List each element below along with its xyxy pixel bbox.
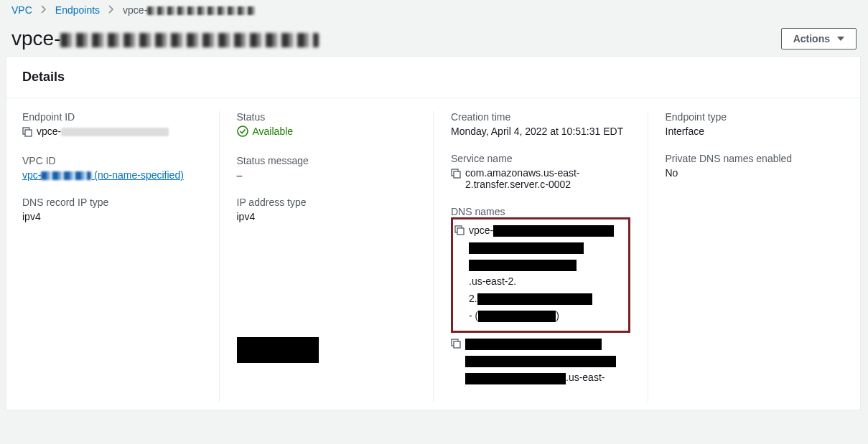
redacted-smudge (147, 6, 255, 15)
field-label: DNS record IP type (22, 197, 202, 208)
copy-icon[interactable] (451, 337, 461, 354)
field-label: DNS names (451, 206, 630, 217)
redacted-smudge (41, 171, 91, 180)
field-endpoint-id: Endpoint ID vpce- (22, 111, 202, 139)
field-ip-address-type: IP address type ipv4 (237, 197, 416, 222)
field-value: – (237, 169, 416, 181)
field-label: VPC ID (22, 155, 202, 166)
field-status: Status Available (237, 111, 416, 139)
redacted-block (465, 339, 602, 350)
field-creation-time: Creation time Monday, April 4, 2022 at 1… (451, 111, 630, 137)
redacted-smudge (61, 128, 169, 136)
field-label: Service name (451, 153, 630, 164)
vpc-id-link[interactable]: vpc- (no-name-specified) (22, 169, 184, 181)
details-col-3: Creation time Monday, April 4, 2022 at 1… (434, 111, 648, 402)
field-value: vpc- (no-name-specified) (22, 169, 202, 181)
field-dns-record-ip-type: DNS record IP type ipv4 (22, 197, 202, 222)
field-value: ipv4 (22, 211, 202, 222)
details-panel: Details Endpoint ID vpce- VPC ID (6, 56, 861, 410)
redacted-block (477, 293, 592, 305)
redacted-smudge (60, 33, 319, 47)
dns-name-row: vpce- .us-east-2. 2. - () (454, 222, 624, 325)
page-header: vpce- Actions (0, 20, 868, 56)
redacted-block (237, 337, 319, 363)
chevron-right-icon (41, 4, 47, 16)
caret-down-icon (837, 35, 844, 42)
details-col-1: Endpoint ID vpce- VPC ID vpc- (no-name-s… (22, 111, 220, 402)
field-label: Private DNS names enabled (666, 153, 845, 164)
field-value: No (666, 167, 845, 179)
dns-name-value: vpce- .us-east-2. 2. - () (469, 222, 624, 325)
svg-point-2 (238, 126, 248, 136)
field-value: Available (237, 126, 416, 139)
copy-icon[interactable] (454, 224, 465, 241)
redacted-block (493, 225, 614, 237)
dns-highlight-box: vpce- .us-east-2. 2. - () (451, 217, 630, 333)
breadcrumb: VPC Endpoints vpce- (0, 0, 868, 20)
breadcrumb-current-prefix: vpce- (123, 4, 147, 16)
field-vpc-id: VPC ID vpc- (no-name-specified) (22, 155, 202, 181)
actions-button-label: Actions (793, 33, 830, 44)
redacted-block (469, 260, 577, 271)
field-value: Interface (666, 126, 845, 137)
field-value: com.amazonaws.us-east-2.transfer.server.… (451, 167, 630, 190)
check-circle-icon (237, 126, 248, 137)
svg-rect-6 (457, 228, 464, 235)
page-title: vpce- (11, 27, 319, 50)
endpoint-id-value: vpce- (37, 126, 169, 137)
field-value: vpce- (22, 126, 202, 139)
service-name-value: com.amazonaws.us-east-2.transfer.server.… (465, 167, 630, 190)
field-label: Status message (237, 155, 416, 166)
redacted-block (465, 373, 566, 384)
field-label: Endpoint type (666, 111, 845, 123)
dns-name-row: .us-east- (451, 336, 630, 387)
svg-rect-1 (25, 130, 32, 136)
breadcrumb-vpc[interactable]: VPC (11, 4, 32, 16)
field-value: Monday, April 4, 2022 at 10:51:31 EDT (451, 126, 630, 137)
field-service-name: Service name com.amazonaws.us-east-2.tra… (451, 153, 630, 190)
svg-rect-4 (454, 171, 460, 178)
copy-icon[interactable] (451, 169, 461, 181)
field-status-message: Status message – (237, 155, 416, 181)
field-endpoint-type: Endpoint type Interface (666, 111, 845, 137)
status-value: Available (253, 126, 294, 137)
svg-rect-8 (454, 341, 460, 348)
redacted-block (478, 311, 556, 322)
details-grid: Endpoint ID vpce- VPC ID vpc- (no-name-s… (6, 98, 860, 410)
chevron-right-icon (108, 4, 114, 16)
field-value: ipv4 (237, 211, 416, 222)
field-label: Creation time (451, 111, 630, 123)
details-col-2: Status Available Status message – IP add… (220, 111, 434, 402)
field-dns-names: DNS names vpce- .us-east-2. 2. - () (451, 206, 630, 387)
breadcrumb-current: vpce- (123, 4, 255, 16)
field-label: Endpoint ID (22, 111, 202, 123)
redacted-block (469, 242, 584, 254)
details-panel-title: Details (22, 70, 844, 85)
page-title-prefix: vpce- (11, 27, 60, 49)
redacted-block (465, 356, 616, 367)
status-badge: Available (237, 126, 294, 137)
actions-button[interactable]: Actions (781, 28, 857, 49)
details-col-4: Endpoint type Interface Private DNS name… (648, 111, 845, 402)
details-panel-header: Details (6, 57, 860, 98)
dns-name-value: .us-east- (465, 336, 616, 387)
field-private-dns: Private DNS names enabled No (666, 153, 845, 179)
field-label: IP address type (237, 197, 416, 208)
copy-icon[interactable] (22, 127, 32, 139)
field-label: Status (237, 111, 416, 123)
breadcrumb-endpoints[interactable]: Endpoints (55, 4, 100, 16)
